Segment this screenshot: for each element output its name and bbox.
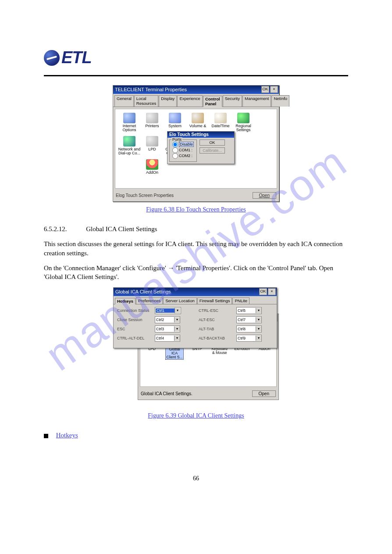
radio-disable[interactable]: Disable [172,142,194,147]
cp-icon-label: LPD [141,147,164,151]
vol-icon [192,113,204,123]
hotkey-combo[interactable]: Ctrl5▾ [236,307,262,314]
chevron-down-icon[interactable]: ▾ [174,317,180,322]
open-button[interactable]: Open [253,192,276,199]
ica-window-title: Global ICA Client Settings [115,289,171,294]
ports-fieldset: Ports DisableCOM1 :COM2 : [169,139,197,162]
ica-close-button[interactable]: × [268,288,276,295]
hotkey-row-connection-status: Connection StatusCtrl1▾ [117,307,181,314]
ica-tab-pnlite[interactable]: PNLite [232,297,249,304]
ica-tab-hotkeys[interactable]: Hotkeys [115,298,135,304]
window-titlebar: TELECLIENT Terminal Properties OK × [113,86,279,94]
ica-ok-button[interactable]: OK [259,288,267,295]
cp-icon-label: Internet Options [118,124,141,132]
radio-com1-[interactable]: COM1 : [172,147,194,153]
window-status-text: Elog Touch Screen Properties [116,193,174,198]
cp-icon-internet-options[interactable]: Internet Options [118,113,141,132]
hotkey-label: Close Session [117,318,151,322]
tab-local-resources[interactable]: Local Resources [134,95,158,107]
chevron-down-icon[interactable]: ▾ [256,336,261,341]
titlebar-ok-button[interactable]: OK [261,86,269,93]
under-open-button[interactable]: Open [252,390,276,397]
titlebar-close-button[interactable]: × [270,86,278,93]
chevron-down-icon[interactable]: ▾ [256,326,261,332]
hotkey-row-close-session: Close SessionCtrl2▾ [117,316,181,323]
cp-icon-date-time[interactable]: Date/Time [209,113,232,132]
cp-icon-network-and-dial-up-co-[interactable]: Network and Dial-up Co... [118,136,141,156]
radio-input[interactable] [172,147,178,153]
combo-value: Ctrl5 [237,308,256,313]
window-title: TELECLIENT Terminal Properties [115,87,187,92]
hotkey-row-esc: ESCCtrl3▾ [117,325,181,332]
tab-netinfo[interactable]: NetInfo [271,95,289,107]
radio-label: COM1 : [179,148,192,152]
hotkey-label: ESC [117,327,151,331]
radio-input[interactable] [172,142,178,147]
logo: ETL [44,48,348,67]
sys-icon [169,113,181,123]
tab-display[interactable]: Display [159,95,177,107]
radio-label: Disable [179,142,194,147]
combo-value: Ctrl2 [155,318,174,322]
hotkey-row-ctrl-alt-del: CTRL-ALT-DELCtrl4▾ [117,335,181,342]
cp-icon-printers[interactable]: Printers [141,113,164,132]
ica-tab-preferences[interactable]: Preferences [136,297,163,304]
tab-experience[interactable]: Experience [177,95,203,107]
logo-icon [44,50,60,66]
cp-icon-addon[interactable]: AddOn [141,159,164,175]
figure-caption-elo: Figure 6.38 Elo Touch Screen Properties [44,206,348,213]
elo-calibrate-button[interactable]: Calibrate... [200,147,225,154]
hotkey-label: Connection Status [117,308,151,313]
radio-label: COM2 : [179,154,192,158]
hotkey-combo[interactable]: Ctrl8▾ [236,325,262,332]
reg-icon [237,113,249,123]
hotkey-row-ctrl-esc: CTRL-ESCCtrl5▾ [199,307,262,314]
elo-dialog-title: Elo Touch Settings [167,132,234,138]
radio-com2-[interactable]: COM2 : [172,153,194,159]
hotkey-row-alt-tab: ALT-TABCtrl8▾ [199,325,262,332]
printer-icon [146,113,158,123]
hotkey-label: CTRL-ESC [199,308,233,313]
hotkey-combo[interactable]: Ctrl9▾ [236,335,262,342]
hotkey-combo[interactable]: Ctrl4▾ [155,335,180,342]
tab-control-panel[interactable]: Control Panel [203,96,222,107]
radio-input[interactable] [172,153,178,159]
ica-paragraph-1: This section discusses the general setti… [44,239,348,257]
chevron-down-icon[interactable]: ▾ [174,326,180,332]
hotkey-combo[interactable]: Ctrl2▾ [155,316,180,323]
combo-value: Ctrl3 [155,327,174,331]
elo-touch-dialog: Elo Touch Settings Ports DisableCOM1 :CO… [167,131,235,164]
figure-caption-ica: Figure 6.39 Global ICA Client Settings [44,412,348,419]
hotkey-label: CTRL-ALT-DEL [117,336,151,340]
hotkey-label: ALT-BACKTAB [199,336,233,340]
cp-icon-label: Date/Time [209,124,232,128]
chevron-down-icon[interactable]: ▾ [175,308,180,313]
elo-ok-button[interactable]: OK [200,139,225,146]
page-number: 66 [44,475,348,482]
hotkey-row-alt-esc: ALT-ESCCtrl7▾ [199,316,262,323]
cp-icon-volume-[interactable]: Volume & [186,113,209,132]
hotkey-row-alt-backtab: ALT-BACKTABCtrl9▾ [199,335,262,342]
cp-icon-system[interactable]: System [164,113,186,132]
control-panel-body: Internet OptionsPrintersSystemVolume &Da… [115,109,277,189]
ica-tab-firewall-settings[interactable]: Firewall Settings [197,297,232,304]
cp-icon-lpd[interactable]: LPD [141,136,164,156]
hotkey-combo[interactable]: Ctrl7▾ [236,316,262,323]
cp-icon-regional-settings[interactable]: Regional Settings [232,113,255,132]
chevron-down-icon[interactable]: ▾ [256,308,261,313]
tab-general[interactable]: General [114,95,134,107]
addon-icon [146,159,158,170]
header-rule [44,75,348,76]
tab-security[interactable]: Security [223,95,242,107]
combo-value: Ctrl7 [237,318,256,322]
chevron-down-icon[interactable]: ▾ [174,336,180,341]
hotkey-combo[interactable]: Ctrl1▾ [155,307,181,314]
ports-legend: Ports [171,137,182,142]
inet-icon [123,113,135,123]
under-status-text: Global ICA Client Settings. [141,391,192,396]
bullet-icon [44,434,48,438]
chevron-down-icon[interactable]: ▾ [256,317,261,322]
tab-management[interactable]: Management [242,95,271,107]
hotkey-combo[interactable]: Ctrl3▾ [155,325,180,332]
ica-tab-server-location[interactable]: Server Location [163,297,197,304]
